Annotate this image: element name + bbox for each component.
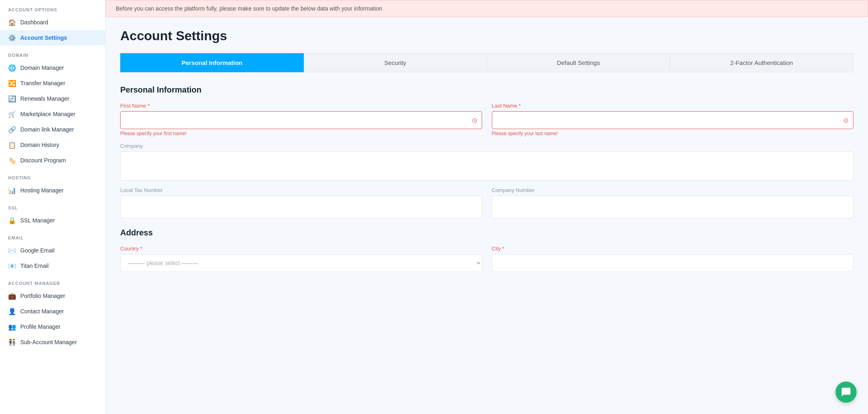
personal-info-section-title: Personal Information [120, 85, 853, 95]
last-name-input-wrapper: ⊙ [492, 111, 854, 129]
banner-text: Before you can access the platform fully… [116, 5, 382, 12]
name-row: First Name * ⊙ Please specify your first… [120, 103, 853, 136]
company-number-label: Company Number [492, 187, 854, 193]
last-name-group: Last Name * ⊙ Please specify your last n… [492, 103, 854, 136]
sidebar-item-portfolio-manager[interactable]: 💼 Portfolio Manager [0, 288, 105, 304]
settings-icon: ⚙️ [8, 34, 16, 42]
marketplace-icon: 🛒 [8, 110, 16, 118]
sidebar-item-contact-manager-label: Contact Manager [20, 308, 64, 315]
page-title: Account Settings [120, 28, 853, 43]
first-name-error-icon: ⊙ [472, 116, 477, 124]
sidebar-item-account-settings-label: Account Settings [20, 34, 67, 41]
sidebar-item-titan-email-label: Titan Email [20, 263, 49, 269]
link-icon: 🔗 [8, 125, 16, 134]
sidebar-item-discount-program[interactable]: 🏷️ Discount Program [0, 153, 105, 168]
sidebar-item-titan-email[interactable]: 📧 Titan Email [0, 258, 105, 274]
sidebar: ACCOUNT OPTIONS 🏠 Dashboard ⚙️ Account S… [0, 0, 106, 414]
tab-bar: Personal Information Security Default Se… [120, 53, 853, 72]
city-group: City * [492, 246, 854, 272]
first-name-input[interactable] [120, 111, 482, 129]
first-name-group: First Name * ⊙ Please specify your first… [120, 103, 482, 136]
sidebar-item-domain-history[interactable]: 📋 Domain History [0, 137, 105, 153]
tab-default-settings[interactable]: Default Settings [487, 53, 670, 72]
sidebar-item-hosting-manager[interactable]: 📊 Hosting Manager [0, 183, 105, 198]
city-label: City * [492, 246, 854, 252]
sidebar-item-profile-manager[interactable]: 👥 Profile Manager [0, 319, 105, 334]
last-name-error-icon: ⊙ [843, 116, 849, 124]
ssl-section-label: SSL [0, 198, 105, 213]
history-icon: 📋 [8, 141, 16, 149]
tab-2fa[interactable]: 2-Factor Authentication [670, 53, 853, 72]
chat-icon [841, 387, 851, 397]
ssl-icon: 🔒 [8, 216, 16, 224]
account-manager-section-label: ACCOUNT MANAGER [0, 274, 105, 288]
sidebar-item-domain-link-manager-label: Domain link Manager [20, 126, 74, 133]
country-city-row: Country * ——— please select ——— United S… [120, 246, 853, 272]
company-input[interactable] [120, 151, 853, 181]
company-number-group: Company Number [492, 187, 854, 218]
sidebar-item-sub-account-manager[interactable]: 👫 Sub-Account Manager [0, 334, 105, 350]
domain-section-label: DOMAIN [0, 45, 105, 60]
sidebar-item-dashboard[interactable]: 🏠 Dashboard [0, 15, 105, 30]
local-tax-label: Local Tax Number [120, 187, 482, 193]
email-section-label: EMAIL [0, 228, 105, 243]
tab-personal-information[interactable]: Personal Information [120, 53, 304, 72]
sidebar-item-portfolio-manager-label: Portfolio Manager [20, 293, 65, 299]
sidebar-item-transfer-manager-label: Transfer Manager [20, 80, 65, 86]
sidebar-item-dashboard-label: Dashboard [20, 19, 48, 26]
sidebar-item-ssl-manager[interactable]: 🔒 SSL Manager [0, 213, 105, 228]
renewals-icon: 🔄 [8, 95, 16, 103]
local-tax-group: Local Tax Number [120, 187, 482, 218]
sidebar-item-renewals-manager-label: Renewals Manager [20, 95, 69, 102]
first-name-input-wrapper: ⊙ [120, 111, 482, 129]
sidebar-item-domain-manager[interactable]: 🌐 Domain Manager [0, 60, 105, 75]
titan-email-icon: 📧 [8, 262, 16, 270]
hosting-icon: 📊 [8, 186, 16, 194]
last-name-label: Last Name * [492, 103, 854, 109]
company-row: Company [120, 143, 853, 181]
portfolio-icon: 💼 [8, 292, 16, 300]
transfer-icon: 🔀 [8, 79, 16, 87]
sub-account-icon: 👫 [8, 338, 16, 346]
company-number-input[interactable] [492, 196, 854, 218]
gmail-icon: ✉️ [8, 246, 16, 254]
discount-icon: 🏷️ [8, 156, 16, 164]
sidebar-item-sub-account-manager-label: Sub-Account Manager [20, 339, 77, 345]
country-group: Country * ——— please select ——— United S… [120, 246, 482, 272]
sidebar-item-marketplace-manager-label: Marketplace Manager [20, 111, 75, 117]
address-section-title: Address [120, 228, 853, 237]
city-input[interactable] [492, 254, 854, 272]
sidebar-item-account-settings[interactable]: ⚙️ Account Settings [0, 30, 105, 45]
tab-security[interactable]: Security [304, 53, 487, 72]
sidebar-item-domain-history-label: Domain History [20, 142, 59, 148]
sidebar-item-transfer-manager[interactable]: 🔀 Transfer Manager [0, 75, 105, 91]
sidebar-item-ssl-manager-label: SSL Manager [20, 217, 55, 224]
company-label: Company [120, 143, 853, 149]
domain-icon: 🌐 [8, 64, 16, 72]
first-name-label: First Name * [120, 103, 482, 109]
contact-icon: 👤 [8, 307, 16, 315]
tax-company-row: Local Tax Number Company Number [120, 187, 853, 218]
account-options-section-label: ACCOUNT OPTIONS [0, 0, 105, 15]
sidebar-item-marketplace-manager[interactable]: 🛒 Marketplace Manager [0, 106, 105, 122]
sidebar-item-renewals-manager[interactable]: 🔄 Renewals Manager [0, 91, 105, 106]
country-select[interactable]: ——— please select ——— United States Unit… [120, 254, 482, 272]
sidebar-item-profile-manager-label: Profile Manager [20, 323, 61, 330]
company-group: Company [120, 143, 853, 181]
local-tax-input[interactable] [120, 196, 482, 218]
sidebar-item-hosting-manager-label: Hosting Manager [20, 187, 64, 194]
sidebar-item-domain-link-manager[interactable]: 🔗 Domain link Manager [0, 122, 105, 137]
hosting-section-label: HOSTING [0, 168, 105, 183]
sidebar-item-domain-manager-label: Domain Manager [20, 65, 64, 71]
profile-icon: 👥 [8, 323, 16, 331]
last-name-input[interactable] [492, 111, 854, 129]
sidebar-item-contact-manager[interactable]: 👤 Contact Manager [0, 304, 105, 319]
sidebar-item-google-email[interactable]: ✉️ Google Email [0, 243, 105, 258]
dashboard-icon: 🏠 [8, 18, 16, 26]
last-name-error-msg: Please specify your last name! [492, 131, 854, 136]
main-content: Before you can access the platform fully… [106, 0, 868, 414]
info-banner: Before you can access the platform fully… [106, 0, 868, 17]
chat-button[interactable] [836, 382, 857, 403]
sidebar-item-discount-program-label: Discount Program [20, 157, 66, 164]
country-label: Country * [120, 246, 482, 252]
